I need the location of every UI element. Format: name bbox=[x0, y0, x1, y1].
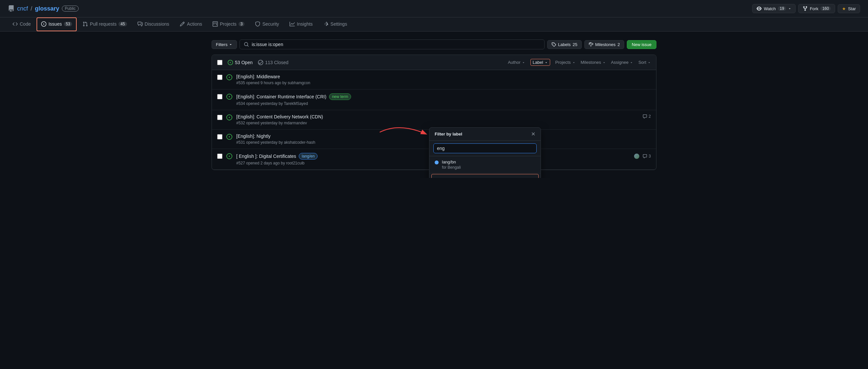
label-name: lang/bn bbox=[442, 160, 535, 164]
assignee-filter[interactable]: Assignee bbox=[611, 60, 633, 65]
issue-row: [English]: Content Delivery Network (CDN… bbox=[212, 110, 656, 130]
watch-button[interactable]: Watch 19 bbox=[752, 4, 796, 13]
milestones-count: 2 bbox=[618, 42, 620, 47]
issue-meta: #535 opened 9 hours ago by subhamgcon bbox=[236, 80, 651, 85]
dropdown-item-lang-bn[interactable]: lang/bn for Bengali bbox=[429, 156, 540, 173]
milestones-button[interactable]: Milestones 2 bbox=[584, 40, 624, 49]
comment-icon bbox=[643, 154, 647, 159]
filter-chevron-icon bbox=[229, 42, 232, 46]
settings-icon bbox=[323, 21, 329, 27]
fork-label: Fork bbox=[810, 6, 818, 11]
label-filter[interactable]: Label bbox=[530, 59, 550, 66]
issue-checkbox[interactable] bbox=[217, 75, 222, 80]
closed-issues-count[interactable]: 113 Closed bbox=[258, 60, 288, 65]
org-name[interactable]: cncf bbox=[17, 5, 28, 12]
projects-badge: 3 bbox=[239, 22, 245, 26]
security-icon bbox=[255, 21, 260, 27]
watch-count: 19 bbox=[778, 6, 786, 11]
search-input[interactable] bbox=[252, 42, 540, 47]
author-chevron-icon bbox=[522, 61, 525, 64]
tab-actions-label: Actions bbox=[187, 21, 202, 27]
tab-insights[interactable]: Insights bbox=[285, 18, 317, 31]
new-issue-button[interactable]: New issue bbox=[627, 40, 656, 49]
tab-security-label: Security bbox=[262, 21, 279, 27]
tab-projects-label: Projects bbox=[220, 21, 237, 27]
tab-actions[interactable]: Actions bbox=[175, 18, 207, 31]
issue-right: 3 bbox=[633, 153, 651, 160]
author-filter[interactable]: Author bbox=[508, 60, 525, 65]
labels-button[interactable]: Labels 25 bbox=[547, 40, 582, 49]
main-content: Filters Labels 25 Milestones 2 New iss bbox=[204, 32, 664, 178]
author-label: Author bbox=[508, 60, 520, 65]
eye-icon bbox=[756, 6, 762, 11]
select-all-checkbox[interactable] bbox=[217, 60, 222, 65]
tab-projects[interactable]: Projects 3 bbox=[208, 18, 249, 31]
issue-checkbox[interactable] bbox=[217, 134, 222, 139]
tab-pr-label: Pull requests bbox=[90, 21, 117, 27]
tab-settings-label: Settings bbox=[330, 21, 347, 27]
discussions-icon bbox=[137, 21, 143, 27]
fork-button[interactable]: Fork 160 bbox=[798, 4, 835, 13]
tab-issues[interactable]: Issues 53 bbox=[36, 18, 77, 31]
comment-icon bbox=[643, 114, 647, 119]
search-icon bbox=[244, 42, 249, 47]
issue-checkbox[interactable] bbox=[217, 115, 222, 120]
labels-count: 25 bbox=[572, 42, 577, 47]
issue-title[interactable]: [English]: Middleware bbox=[236, 74, 651, 79]
sort-filter[interactable]: Sort bbox=[638, 60, 651, 65]
label-icon bbox=[552, 42, 556, 47]
label-dropdown: Filter by label ✕ lang/bn for Bengali la… bbox=[429, 127, 541, 178]
filters-button[interactable]: Filters bbox=[212, 40, 237, 49]
repo-name[interactable]: glossary bbox=[35, 5, 59, 12]
issue-comments: 3 bbox=[643, 154, 651, 159]
sort-chevron-icon bbox=[648, 61, 651, 64]
avatar bbox=[633, 153, 640, 160]
projects-filter[interactable]: Projects bbox=[555, 60, 576, 65]
dropdown-search-input[interactable] bbox=[433, 143, 537, 153]
open-count-label: 53 Open bbox=[235, 60, 253, 65]
projects-chevron-icon bbox=[572, 61, 576, 64]
tab-code[interactable]: Code bbox=[8, 18, 35, 31]
open-issues-count[interactable]: 53 Open bbox=[228, 60, 253, 65]
tab-settings[interactable]: Settings bbox=[318, 18, 352, 31]
issue-meta: #532 opened yesterday by mdarmandev bbox=[236, 121, 639, 125]
issue-content: [English]: Middleware #535 opened 9 hour… bbox=[236, 74, 651, 85]
projects-icon bbox=[213, 21, 218, 27]
label-color-dot bbox=[435, 161, 439, 164]
comment-count: 2 bbox=[649, 114, 651, 119]
issue-title[interactable]: [English]: Container Runtime Interface (… bbox=[236, 93, 651, 100]
closed-count-label: 113 Closed bbox=[265, 60, 288, 65]
issue-content: [English]: Container Runtime Interface (… bbox=[236, 93, 651, 106]
fork-count: 160 bbox=[820, 6, 831, 11]
issue-row: [English]: Middleware #535 opened 9 hour… bbox=[212, 70, 656, 90]
tab-insights-label: Insights bbox=[297, 21, 313, 27]
tab-discussions[interactable]: Discussions bbox=[133, 18, 174, 31]
milestones-filter[interactable]: Milestones bbox=[581, 60, 606, 65]
label-name: lang/en bbox=[442, 177, 535, 178]
chevron-down-icon bbox=[788, 7, 791, 10]
issue-checkbox[interactable] bbox=[217, 94, 222, 99]
issue-checkbox[interactable] bbox=[217, 154, 222, 159]
tab-pull-requests[interactable]: Pull requests 45 bbox=[78, 18, 131, 31]
tab-issues-label: Issues bbox=[49, 21, 62, 27]
issue-open-icon bbox=[226, 74, 232, 80]
pr-badge: 45 bbox=[119, 22, 127, 26]
repo-icon bbox=[8, 5, 14, 12]
dropdown-item-lang-en[interactable]: lang/en for English bbox=[431, 174, 539, 178]
dropdown-title: Filter by label bbox=[435, 132, 462, 136]
milestone-icon bbox=[589, 42, 593, 47]
issue-open-icon bbox=[226, 114, 232, 121]
filters-label: Filters bbox=[216, 42, 227, 47]
sort-filter-label: Sort bbox=[638, 60, 646, 65]
issue-title[interactable]: [English]: Content Delivery Network (CDN… bbox=[236, 114, 639, 120]
repo-title: cncf / glossary Public bbox=[8, 5, 79, 12]
close-dropdown-button[interactable]: ✕ bbox=[531, 131, 535, 137]
label-tag: lang/en bbox=[299, 153, 317, 160]
top-bar: cncf / glossary Public Watch 19 Fork 160… bbox=[0, 0, 868, 18]
comment-count: 3 bbox=[649, 154, 651, 159]
labels-label: Labels bbox=[558, 42, 570, 47]
tab-discussions-label: Discussions bbox=[145, 21, 169, 27]
tab-security[interactable]: Security bbox=[250, 18, 284, 31]
star-button[interactable]: ★ Star bbox=[838, 4, 860, 13]
issue-meta: #534 opened yesterday by TarekMSayed bbox=[236, 101, 651, 106]
